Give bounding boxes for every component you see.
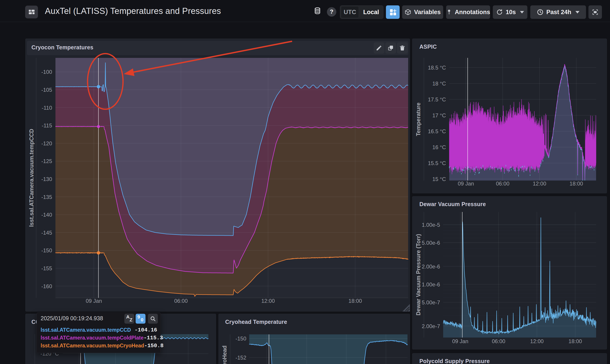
svg-text:-150: -150 <box>235 336 246 342</box>
svg-text:-115: -115 <box>42 122 52 129</box>
svg-text:15 °C: 15 °C <box>433 176 446 182</box>
svg-text:15.5 °C: 15.5 °C <box>428 160 446 166</box>
svg-text:1.00e-5: 1.00e-5 <box>422 222 440 228</box>
svg-text:-145: -145 <box>41 230 52 236</box>
svg-text:06:00: 06:00 <box>496 181 509 187</box>
svg-text:17 °C: 17 °C <box>433 112 446 118</box>
svg-text:18:00: 18:00 <box>348 298 362 304</box>
svg-text:12:00: 12:00 <box>530 338 543 344</box>
svg-text:5.00e-6: 5.00e-6 <box>422 240 440 246</box>
svg-text:18 °C: 18 °C <box>433 80 446 87</box>
svg-text:Dewar Vacuum Pressure (Torr): Dewar Vacuum Pressure (Torr) <box>415 234 421 315</box>
svg-text:09 Jan: 09 Jan <box>458 181 474 187</box>
svg-text:18:00: 18:00 <box>569 338 582 344</box>
svg-text:-152: -152 <box>235 355 246 361</box>
svg-text:?: ? <box>330 8 333 15</box>
svg-text:Temperature: Temperature <box>415 103 421 136</box>
svg-text:-110: -110 <box>42 105 52 111</box>
svg-text:-150: -150 <box>41 247 52 253</box>
svg-text:-130: -130 <box>41 176 52 182</box>
svg-text:06:00: 06:00 <box>492 338 505 344</box>
svg-text:12:00: 12:00 <box>261 298 275 304</box>
svg-text:16 °C: 16 °C <box>433 144 446 150</box>
svg-text:17.5 °C: 17.5 °C <box>428 96 446 103</box>
svg-text:2.00e-7: 2.00e-7 <box>422 323 440 329</box>
svg-text:-100: -100 <box>41 69 52 75</box>
svg-text:1.00e-6: 1.00e-6 <box>422 282 440 287</box>
svg-text:lsst.sal.ATCamera.vacuum.tempC: lsst.sal.ATCamera.vacuum.tempCryoHead <box>221 345 228 364</box>
svg-text:-160: -160 <box>41 283 52 289</box>
svg-text:18.5 °C: 18.5 °C <box>428 65 446 71</box>
svg-text:18:00: 18:00 <box>569 181 583 187</box>
svg-text:5.00e-7: 5.00e-7 <box>422 299 440 305</box>
svg-text:-105: -105 <box>41 87 52 93</box>
svg-text:-140: -140 <box>41 212 52 218</box>
svg-text:-125: -125 <box>41 158 52 164</box>
svg-text:-135: -135 <box>41 194 52 200</box>
svg-text:09 Jan: 09 Jan <box>452 338 468 344</box>
svg-text:06:00: 06:00 <box>174 298 188 304</box>
svg-text:12:00: 12:00 <box>533 181 546 187</box>
svg-text:-120: -120 <box>41 140 52 146</box>
svg-text:-155: -155 <box>41 265 52 271</box>
svg-text:09 Jan: 09 Jan <box>86 298 102 304</box>
svg-text:2.00e-6: 2.00e-6 <box>422 263 440 270</box>
svg-text:lsst.sal.ATCamera.vacuum.tempC: lsst.sal.ATCamera.vacuum.tempCCD <box>28 129 35 227</box>
svg-text:16.5 °C: 16.5 °C <box>428 128 446 134</box>
